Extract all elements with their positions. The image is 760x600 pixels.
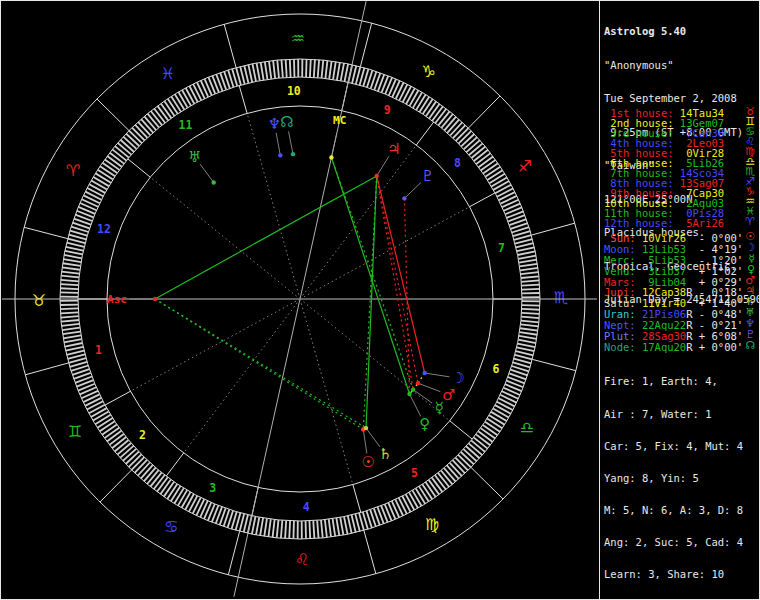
planet-rate-value: + 0°00'	[693, 341, 744, 353]
wheel-svg: ♈♉♊♋♌♍♎♏♐♑♒♓123456789101112☉☽☿♀♂♃♄♅♆♇☊As…	[0, 0, 600, 600]
gemini-icon: ♊	[68, 422, 82, 441]
summary-line-house-types: Ang: 2, Suc: 5, Cad: 4	[604, 537, 743, 548]
cancer-icon: ♋	[164, 517, 178, 536]
saturn-icon: ♄	[379, 445, 392, 463]
pisces-icon: ♓	[161, 64, 175, 83]
moon-icon: ☽	[452, 369, 465, 387]
house-row: 12th house: 5Ari26♈	[604, 218, 756, 228]
house-number: 11	[179, 118, 193, 132]
pluto-icon: ♇	[421, 167, 434, 185]
house-number: 3	[209, 481, 216, 495]
chart-name: "Anonymous"	[604, 60, 760, 71]
virgo-icon: ♍	[425, 515, 439, 534]
house-number: 4	[303, 500, 310, 514]
house-number: 9	[384, 103, 391, 117]
planet-position-value: 17Aqu20	[642, 341, 686, 353]
sagittarius-icon: ♐	[518, 157, 532, 176]
app-title: Astrolog 5.40	[604, 26, 760, 37]
sun-icon: ☉	[361, 453, 374, 471]
house-number: 1	[95, 343, 102, 357]
house-number: 7	[498, 241, 505, 255]
leo-icon: ♌	[295, 550, 309, 569]
mars-icon: ♂	[442, 386, 455, 404]
aries-icon: ♈	[745, 217, 755, 227]
astrolog-window: ♈♉♊♋♌♍♎♏♐♑♒♓123456789101112☉☽☿♀♂♃♄♅♆♇☊As…	[0, 0, 760, 600]
jupiter-icon: ♃	[387, 140, 400, 158]
summary-line-polarity: Yang: 8, Yin: 5	[604, 473, 743, 484]
summary-line-modes: Car: 5, Fix: 4, Mut: 4	[604, 441, 743, 452]
libra-icon: ♎	[520, 418, 534, 437]
capricorn-icon: ♑	[422, 62, 436, 81]
house-number: 2	[139, 428, 146, 442]
node-icon: ☊	[280, 113, 293, 131]
info-sidebar: Astrolog 5.40 "Anonymous" Tue September …	[599, 0, 760, 600]
summary-line-elements-1: Fire: 1, Earth: 4,	[604, 376, 743, 387]
house-number: 12	[97, 222, 111, 236]
planet-position-list: Sun: 10Vir26 - 0°00'☉Moon: 13Lib53 - 4°1…	[604, 233, 756, 353]
aries-icon: ♈	[66, 161, 80, 180]
summary-line-learn-share: Learn: 3, Share: 10	[604, 569, 743, 580]
summary-line-elements-2: Air : 7, Water: 1	[604, 409, 743, 420]
asc-label: Asc	[107, 293, 127, 306]
house-cusp-value: 5Ari26	[680, 217, 724, 229]
planet-glyphs: ☉☽☿♀♂♃♄♅♆♇☊	[188, 113, 465, 471]
house-number: 8	[454, 156, 461, 170]
aquarius-icon: ♒	[291, 29, 305, 48]
scorpio-icon: ♏	[554, 288, 568, 307]
uranus-icon: ♅	[188, 148, 201, 166]
chart-date: Tue September 2, 2008	[604, 93, 760, 104]
summary-line-hemisphere: M: 5, N: 6, A: 3, D: 8	[604, 505, 743, 516]
element-summary-block: Fire: 1, Earth: 4, Air : 7, Water: 1 Car…	[604, 355, 743, 600]
wheel-chart: ♈♉♊♋♌♍♎♏♐♑♒♓123456789101112☉☽☿♀♂♃♄♅♆♇☊As…	[0, 0, 600, 600]
taurus-icon: ♉	[32, 291, 46, 310]
planet-row: Node: 17Aqu20R + 0°00'☊	[604, 342, 756, 353]
house-number: 10	[287, 84, 301, 98]
neptune-icon: ♆	[268, 115, 281, 133]
planet-label: Node:	[604, 341, 642, 353]
house-number: 6	[493, 362, 500, 376]
house-number: 5	[411, 466, 418, 480]
house-label: 12th house:	[604, 217, 680, 229]
house-cusp-list: 1st house: 14Tau34♉ 2nd house: 13Gem07♊ …	[604, 108, 756, 228]
aspect-lines	[155, 157, 425, 429]
node-icon: ☊	[745, 341, 755, 352]
mc-label: MC	[333, 114, 346, 127]
venus-icon: ♀	[419, 415, 430, 433]
